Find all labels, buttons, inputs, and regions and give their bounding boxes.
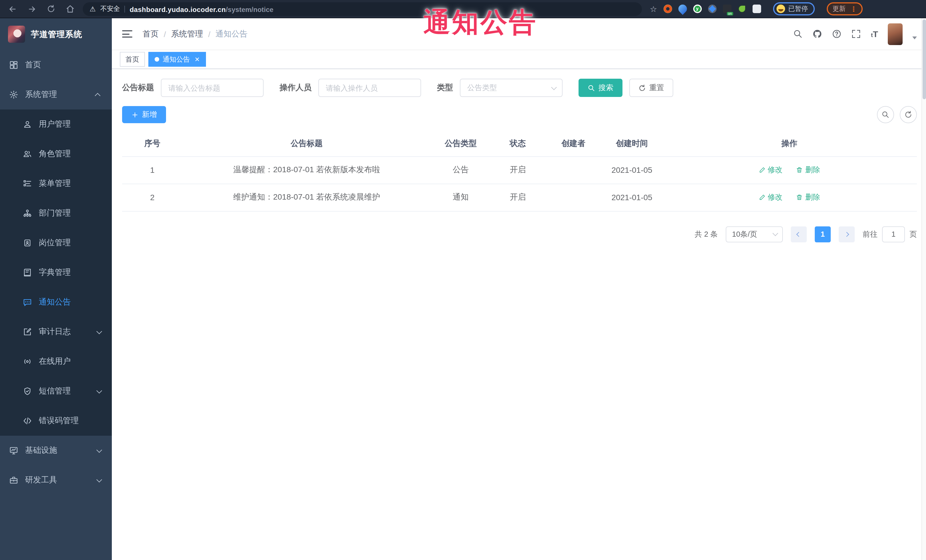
cell-type: 公告 bbox=[431, 156, 491, 184]
scrollbar-thumb[interactable] bbox=[923, 20, 926, 99]
online-user-icon bbox=[23, 357, 32, 366]
sidebar-item-menus[interactable]: 菜单管理 bbox=[0, 169, 112, 198]
extensions-puzzle-icon[interactable] bbox=[752, 5, 761, 13]
sidebar-item-departments[interactable]: 部门管理 bbox=[0, 198, 112, 228]
chevron-down-icon bbox=[97, 388, 102, 393]
sidebar-item-system[interactable]: 系统管理 bbox=[0, 80, 112, 110]
reload-icon[interactable] bbox=[47, 5, 55, 13]
warning-triangle-icon[interactable]: ⚠ bbox=[89, 5, 96, 13]
total-count: 共 2 条 bbox=[694, 229, 718, 239]
fullscreen-icon[interactable] bbox=[852, 29, 861, 39]
col-actions: 操作 bbox=[662, 131, 917, 156]
table-row[interactable]: 1 温馨提醒：2018-07-01 若依新版本发布啦 公告 开启 2021-01… bbox=[122, 156, 917, 184]
tags-view-bar: 首页 通知公告 ✕ bbox=[112, 50, 926, 69]
sidebar: 芋道管理系统 首页 系统管理 用户管理 角色管理 bbox=[0, 18, 112, 560]
sidebar-item-notice[interactable]: 通知公告 bbox=[0, 287, 112, 317]
help-icon[interactable] bbox=[832, 29, 842, 39]
sidebar-item-roles[interactable]: 角色管理 bbox=[0, 139, 112, 169]
breadcrumb-system[interactable]: 系统管理 bbox=[171, 29, 203, 39]
sidebar-item-error-codes[interactable]: 错误码管理 bbox=[0, 406, 112, 436]
cell-no: 2 bbox=[122, 184, 183, 211]
sidebar-item-label: 菜单管理 bbox=[39, 178, 71, 189]
refresh-button[interactable] bbox=[900, 106, 917, 123]
sidebar-item-audit-log[interactable]: 审计日志 bbox=[0, 317, 112, 347]
sidebar-item-online-users[interactable]: 在线用户 bbox=[0, 347, 112, 376]
navbar-actions: tT bbox=[793, 23, 917, 45]
prev-page-button[interactable] bbox=[791, 226, 807, 242]
browser-profile[interactable]: 已暂停 bbox=[773, 2, 815, 15]
shield-icon bbox=[23, 386, 32, 396]
reset-button[interactable]: 重置 bbox=[629, 79, 673, 97]
forward-icon[interactable] bbox=[27, 4, 36, 14]
search-button[interactable]: 搜索 bbox=[578, 79, 622, 97]
table-row[interactable]: 2 维护通知：2018-07-01 若依系统凌晨维护 通知 开启 2021-01… bbox=[122, 184, 917, 211]
tab-home[interactable]: 首页 bbox=[120, 52, 145, 67]
sidebar-item-label: 基础设施 bbox=[25, 445, 57, 456]
sidebar-item-posts[interactable]: 岗位管理 bbox=[0, 228, 112, 258]
chevron-down-icon bbox=[97, 477, 102, 482]
home-icon[interactable] bbox=[66, 4, 75, 14]
next-page-button[interactable] bbox=[839, 226, 855, 242]
goto-page-input[interactable] bbox=[882, 226, 905, 242]
app-logo-row[interactable]: 芋道管理系统 bbox=[0, 18, 112, 50]
goto-label: 前往 bbox=[862, 229, 878, 239]
sidebar-item-infrastructure[interactable]: 基础设施 bbox=[0, 436, 112, 465]
github-icon[interactable] bbox=[813, 29, 822, 39]
caret-down-icon[interactable] bbox=[912, 36, 917, 39]
edit-link[interactable]: 修改 bbox=[758, 165, 782, 175]
users-icon bbox=[23, 149, 32, 158]
extension-green-y-icon[interactable]: y bbox=[693, 5, 702, 13]
profile-emoji-icon bbox=[776, 5, 785, 13]
sidebar-item-label: 在线用户 bbox=[39, 356, 71, 367]
edit-link[interactable]: 修改 bbox=[758, 192, 782, 202]
delete-link[interactable]: 删除 bbox=[796, 192, 820, 202]
page-size-select[interactable]: 10条/页 bbox=[726, 226, 783, 242]
menu-dots-icon[interactable]: ⋮ bbox=[850, 5, 857, 12]
breadcrumb-home[interactable]: 首页 bbox=[143, 29, 159, 39]
chevron-down-icon bbox=[551, 84, 557, 90]
sidebar-item-sms[interactable]: 短信管理 bbox=[0, 376, 112, 406]
cell-title: 温馨提醒：2018-07-01 若依新版本发布啦 bbox=[183, 156, 431, 184]
add-button[interactable]: 新增 bbox=[122, 106, 166, 123]
current-page[interactable]: 1 bbox=[815, 226, 831, 242]
sidebar-item-dict[interactable]: 字典管理 bbox=[0, 258, 112, 287]
search-icon[interactable] bbox=[793, 29, 803, 39]
breadcrumb: 首页 / 系统管理 / 通知公告 bbox=[143, 29, 248, 39]
sidebar-item-home[interactable]: 首页 bbox=[0, 50, 112, 80]
back-icon[interactable] bbox=[8, 4, 17, 14]
bookmark-star-icon[interactable]: ☆ bbox=[650, 4, 657, 14]
operator-input[interactable] bbox=[318, 79, 421, 97]
cell-creator bbox=[545, 156, 602, 184]
gear-icon bbox=[9, 90, 18, 99]
operator-label: 操作人员 bbox=[280, 83, 312, 93]
extension-on-badge-icon[interactable] bbox=[723, 5, 731, 13]
sidebar-item-devtools[interactable]: 研发工具 bbox=[0, 465, 112, 495]
notice-type-select[interactable]: 公告类型 bbox=[460, 79, 563, 97]
delete-link[interactable]: 删除 bbox=[796, 165, 820, 175]
extension-blue-diamond-icon[interactable] bbox=[708, 5, 716, 13]
sidebar-item-label: 研发工具 bbox=[25, 475, 57, 485]
close-icon[interactable]: ✕ bbox=[195, 56, 200, 63]
extension-green-leaf-icon[interactable] bbox=[737, 5, 746, 13]
security-label[interactable]: 不安全 bbox=[100, 5, 120, 13]
address-bar[interactable]: ⚠ 不安全 dashboard.yudao.iocoder.cn/system/… bbox=[83, 2, 642, 16]
sidebar-item-users[interactable]: 用户管理 bbox=[0, 110, 112, 139]
font-size-icon[interactable]: tT bbox=[871, 29, 878, 39]
cell-status: 开启 bbox=[491, 184, 545, 211]
toggle-search-button[interactable] bbox=[877, 106, 894, 123]
url-host[interactable]: dashboard.yudao.iocoder.cn bbox=[130, 5, 226, 14]
user-avatar[interactable] bbox=[888, 23, 903, 45]
page-content: 公告标题 操作人员 类型 公告类型 bbox=[112, 69, 926, 560]
page-scrollbar[interactable] bbox=[921, 18, 926, 560]
sidebar-item-label: 错误码管理 bbox=[39, 416, 79, 426]
cell-status: 开启 bbox=[491, 156, 545, 184]
browser-update-button[interactable]: 更新 ⋮ bbox=[827, 2, 862, 15]
url-path[interactable]: /system/notice bbox=[226, 5, 274, 14]
badge-icon bbox=[23, 238, 32, 248]
extension-blue-pin-icon[interactable] bbox=[676, 3, 688, 15]
extension-orange-ring-icon[interactable] bbox=[663, 5, 672, 13]
tab-notice[interactable]: 通知公告 ✕ bbox=[148, 52, 206, 67]
browser-bar: ⚠ 不安全 dashboard.yudao.iocoder.cn/system/… bbox=[0, 0, 926, 18]
notice-title-input[interactable] bbox=[161, 79, 263, 97]
sidebar-toggle-icon[interactable] bbox=[122, 30, 132, 38]
